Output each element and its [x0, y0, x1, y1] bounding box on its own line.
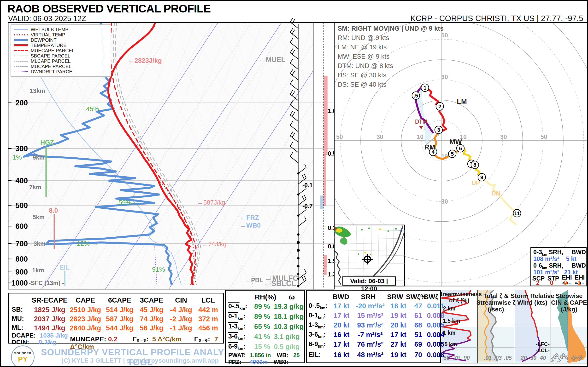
svg-text:(J/kg): (J/kg) [561, 306, 577, 313]
svg-text:Stepwise: Stepwise [556, 292, 583, 300]
moisture-table: RH(%) ω 0-.5km: 89 % 19.3 g/kg 0-1km: 89… [225, 290, 305, 363]
dewpoint-line-sample [14, 39, 28, 41]
svg-text:8: 8 [473, 162, 476, 168]
dwndrft-line-sample [14, 71, 28, 72]
legend-label: TEMPERATURE [31, 43, 67, 48]
mr-value: 3.1 g/kg [274, 333, 300, 341]
dcin-row: DCIN: 0 J/kg [12, 339, 56, 346]
sounderpy-logo: SOUNDER PY [11, 345, 35, 367]
rm-info: RM: UND @ 9 kts [338, 33, 444, 43]
mr-value: 0.5 g/kg [274, 343, 300, 351]
svg-text:5km: 5km [33, 214, 45, 220]
mucape-value-label: ←2823J/kg [128, 57, 162, 64]
legend-label: MUCAPE PARCEL [31, 64, 71, 69]
svg-text:1000: 1000 [11, 279, 28, 287]
miniplots: Streamwiseness of ζ (%) Total ζ & Stream… [437, 290, 587, 364]
svg-text:70: 70 [453, 355, 460, 361]
svg-text:20: 20 [520, 355, 527, 361]
svg-text:300: 300 [15, 144, 28, 153]
dcape-row: DCAPE: 1035 J/kg [12, 332, 68, 339]
mlcape-line-sample [14, 61, 28, 62]
svg-text:5: 5 [451, 151, 454, 157]
svg-text:9: 9 [480, 174, 483, 180]
muel-label: ←MUEL [259, 56, 285, 64]
hgz-label: HGZ [40, 139, 54, 146]
rh59-label: 59% → [119, 199, 140, 206]
svg-text:50: 50 [336, 133, 343, 140]
svg-text:50: 50 [541, 133, 547, 140]
svg-text:500: 500 [15, 201, 28, 210]
virtualtemp-line-sample [14, 34, 28, 35]
svg-text:Streamwiseness: Streamwiseness [437, 291, 482, 297]
pbl-label: ←PBL [245, 277, 263, 284]
ds-info: DS: SE @ 40 kts [338, 80, 444, 89]
svg-text:30: 30 [500, 133, 507, 140]
shear-row-eil: EIL: 16 kt 48 m²/s² 19 kt 70 0.008 [309, 351, 445, 359]
srh-summary-box: 0-3km SRH, BWD 108 m²/s²5 kt 0-6km SRH, … [530, 247, 587, 286]
storm-motion-info: SM: RIGHT MOVING | UND @ 9 kts RM: UND @… [338, 24, 444, 89]
thermo-header-row: SR-ECAPE CAPE 6CAPE 3CAPE CIN LCL [32, 296, 222, 304]
legend-label: WETBULB TEMP [31, 27, 68, 32]
frz-label: ←FRZ [240, 214, 259, 221]
svg-text:.03: .03 [494, 355, 502, 361]
svg-text:2 km: 2 km [443, 305, 455, 312]
rh-value: 89 % [254, 313, 270, 321]
muecape-line-sample [14, 50, 28, 51]
svg-text:Wind (kts): Wind (kts) [517, 299, 547, 306]
rh-value: 89 % [254, 303, 270, 310]
rh45-label: 45% → [86, 105, 107, 113]
svg-text:-0.7: -0.7 [303, 203, 313, 209]
svg-text:40: 40 [540, 355, 546, 361]
svg-text:30: 30 [441, 198, 448, 205]
svg-text:7km: 7km [29, 184, 41, 191]
thermo-table: SR-ECAPE CAPE 6CAPE 3CAPE CIN LCL SB: 18… [8, 293, 224, 343]
svg-text:1km: 1km [32, 267, 44, 274]
svg-text:30: 30 [377, 133, 383, 140]
svg-text:9km: 9km [33, 154, 45, 161]
svg-text:of ζ (%): of ζ (%) [449, 297, 469, 303]
moisture-row: 1-3km: [228, 323, 245, 331]
shear-row-69: 6-9km: 17 kt 76 m²/s² 27 kt 69 0.005 [309, 340, 445, 349]
rh-value: 65 % [254, 323, 270, 331]
wetbulb-line-sample [14, 29, 28, 30]
svg-text:13km: 13km [30, 87, 45, 94]
svg-text:3km: 3km [34, 240, 46, 247]
mr-value: 18.1 g/kg [274, 313, 303, 321]
svg-text:CIN & CAPE: CIN & CAPE [551, 299, 587, 306]
legend-label: SBCAPE PARCEL [31, 53, 70, 59]
moisture-row: 6-9km: [228, 343, 245, 351]
shear-row-36: 3-6km: 16 kt -7 m²/s² 17 kt 51 0.004 [309, 331, 445, 339]
rh-value: 41 % [254, 333, 270, 341]
legend-label: DWNDRFT PARCEL [31, 69, 75, 75]
legend-label: DEWPOINT [31, 37, 57, 43]
rm-label: RM [424, 143, 435, 151]
svg-text:2: 2 [438, 103, 441, 109]
lapse-rate-label: 8.0 [49, 207, 58, 214]
frz-row: FRZ: 4900m WB0: 4400m [228, 359, 304, 367]
svg-text:200: 200 [15, 99, 28, 107]
lm-label: LM [457, 98, 467, 105]
shear-row-13: 1-3km: 20 kt 93 m²/s² 20 kt 68 0.005 [309, 321, 445, 329]
map-valid-label: Valid: 06-03 | 12:00 [342, 276, 396, 285]
legend-label: VIRTUAL TEMP [31, 32, 65, 38]
svg-text:Total ζ &: Total ζ & [483, 292, 508, 300]
svg-text:90: 90 [464, 355, 470, 361]
moisture-row: 0-.5km: [228, 303, 247, 311]
sfc-label: -SFC (13m) - [29, 280, 64, 286]
shear-table: BWD SRH SRW SWζ% SWζ 0-.5km: 17 kt -20 m… [306, 290, 441, 363]
svg-text:.01: .01 [484, 355, 492, 361]
mr-value: 10.3 g/kg [274, 323, 303, 331]
svg-text:.5: .5 [414, 93, 418, 99]
sounderpy-analysis-page: RAOB OBSERVED VERTICAL PROFILE VALID: 06… [0, 0, 588, 367]
skewt-legend: WETBULB TEMP VIRTUAL TEMP DEWPOINT TEMPE… [10, 25, 111, 77]
svg-text:3: 3 [437, 127, 440, 133]
svg-text:30: 30 [530, 355, 536, 361]
shear-row-05: 0-.5km: 17 kt -20 m²/s² 18 kt 47 0.011 [309, 302, 445, 310]
thermo-row-sb: SB: 1825 J/kg 2510 J/kg 514 J/kg 45 J/kg… [12, 306, 221, 314]
svg-text:800: 800 [15, 255, 28, 263]
logo-text-top: SOUNDER [12, 351, 34, 355]
cape6-label: ←587J/kg [197, 199, 225, 206]
dtm-label: DTM [415, 119, 427, 125]
lm-info: LM: NE @ 19 kts [338, 43, 444, 52]
wb0-label: ←WB0 [240, 222, 261, 229]
